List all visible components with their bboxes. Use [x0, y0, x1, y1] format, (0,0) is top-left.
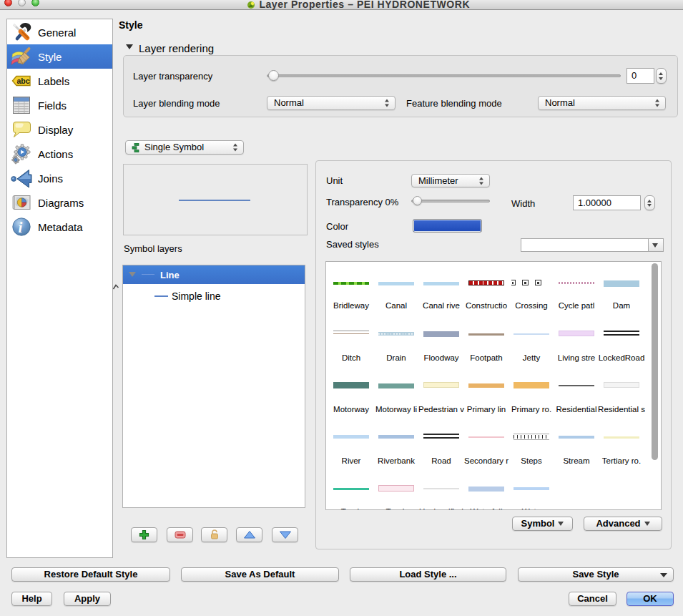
svg-text:abc: abc	[17, 77, 30, 85]
svg-text:i: i	[19, 219, 23, 236]
